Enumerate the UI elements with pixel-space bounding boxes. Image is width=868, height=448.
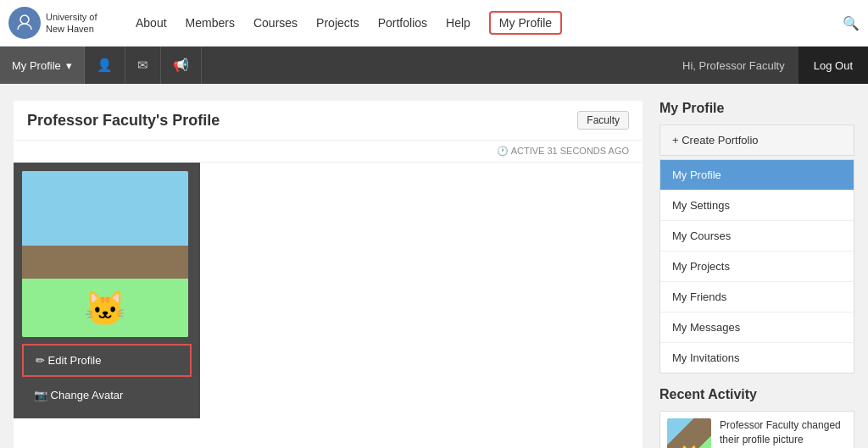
my-profile-label: My Profile xyxy=(12,59,61,72)
avatar-image xyxy=(22,171,188,337)
dropdown-arrow-icon: ▾ xyxy=(66,59,72,72)
logo[interactable]: University of New Haven xyxy=(8,7,119,39)
sidebar-item-my-settings[interactable]: My Settings xyxy=(660,191,854,221)
sidebar-item-my-courses[interactable]: My Courses xyxy=(660,221,854,252)
sidebar-item-my-projects[interactable]: My Projects xyxy=(660,252,854,282)
sub-navigation: My Profile ▾ 👤 ✉ 📢 Hi, Professor Faculty… xyxy=(0,47,868,84)
clock-icon: 🕐 xyxy=(497,146,509,156)
activity-description: Professor Faculty changed their profile … xyxy=(720,419,841,445)
nav-portfolios[interactable]: Portfolios xyxy=(378,16,427,30)
nav-courses[interactable]: Courses xyxy=(253,16,298,30)
user-icon[interactable]: 👤 xyxy=(85,47,125,84)
active-status: 🕐 ACTIVE 31 SECONDS AGO xyxy=(14,141,643,163)
page-title: Professor Faculty's Profile xyxy=(27,112,220,130)
logout-button[interactable]: Log Out xyxy=(798,47,868,84)
search-icon[interactable]: 🔍 xyxy=(843,15,860,31)
nav-members[interactable]: Members xyxy=(186,16,235,30)
sidebar-item-my-messages[interactable]: My Messages xyxy=(660,312,854,343)
avatar xyxy=(22,171,188,337)
svg-point-0 xyxy=(20,15,29,24)
logo-icon xyxy=(8,7,41,39)
profile-area: Professor Faculty's Profile Faculty 🕐 AC… xyxy=(14,101,643,448)
profile-header: Professor Faculty's Profile Faculty xyxy=(14,101,643,141)
sub-nav-left: My Profile ▾ 👤 ✉ 📢 xyxy=(0,47,202,84)
main-content: Professor Faculty's Profile Faculty 🕐 AC… xyxy=(0,84,868,448)
logo-text: University of New Haven xyxy=(46,11,97,36)
faculty-badge: Faculty xyxy=(577,111,629,130)
right-sidebar: My Profile + Create Portfolio My Profile… xyxy=(659,101,854,448)
sidebar-item-my-profile[interactable]: My Profile xyxy=(660,160,854,191)
sidebar-item-my-invitations[interactable]: My Invitations xyxy=(660,343,854,373)
mail-icon[interactable]: ✉ xyxy=(125,47,161,84)
nav-links: About Members Courses Projects Portfolio… xyxy=(119,11,843,35)
activity-thumbnail: 🐱 xyxy=(667,418,711,448)
nav-projects[interactable]: Projects xyxy=(316,16,359,30)
my-profile-dropdown[interactable]: My Profile ▾ xyxy=(0,47,85,84)
edit-profile-button[interactable]: ✏ Edit Profile xyxy=(22,344,192,377)
recent-activity-heading: Recent Activity xyxy=(659,387,854,402)
activity-item: 🐱 Professor Faculty changed their profil… xyxy=(659,411,854,448)
sub-nav-icons: 👤 ✉ 📢 xyxy=(85,47,202,84)
create-portfolio-button[interactable]: + Create Portfolio xyxy=(659,124,854,156)
top-navigation: University of New Haven About Members Co… xyxy=(0,0,868,47)
sidebar-menu: My Profile My Settings My Courses My Pro… xyxy=(659,159,854,373)
avatar-section: ✏ Edit Profile 📷 Change Avatar xyxy=(14,163,200,418)
activity-text-area: Professor Faculty changed their profile … xyxy=(720,418,847,448)
sub-nav-right: Hi, Professor Faculty Log Out xyxy=(682,47,868,84)
change-avatar-button[interactable]: 📷 Change Avatar xyxy=(22,380,192,410)
my-profile-sidebar-heading: My Profile xyxy=(659,101,854,116)
megaphone-icon[interactable]: 📢 xyxy=(161,47,202,84)
sidebar-item-my-friends[interactable]: My Friends xyxy=(660,282,854,312)
greeting-text: Hi, Professor Faculty xyxy=(682,59,798,72)
activity-thumb-icon: 🐱 xyxy=(681,445,698,448)
nav-help[interactable]: Help xyxy=(446,16,470,30)
nav-myprofile[interactable]: My Profile xyxy=(489,11,562,35)
profile-body: ✏ Edit Profile 📷 Change Avatar xyxy=(14,163,643,418)
nav-about[interactable]: About xyxy=(136,16,167,30)
